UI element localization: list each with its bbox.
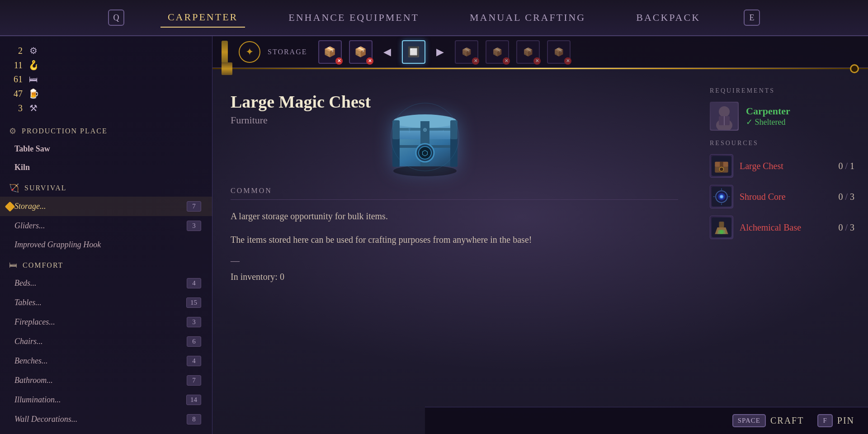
requirements-panel: REQUIREMENTS Carpenter ✓ Sheltered xyxy=(696,78,868,372)
resource-count-alchemical-base: 0 / 3 xyxy=(838,222,854,233)
svg-text:⊕: ⊕ xyxy=(423,127,427,133)
chest-svg: ⬡ ⟟ ⊕ ⟞ xyxy=(384,96,466,178)
character-info: Carpenter ✓ Sheltered xyxy=(746,105,790,127)
resource-name-shroud-core: Shroud Core xyxy=(740,192,832,202)
stat-row-comfort: 47 🍺 xyxy=(9,88,203,99)
tab-carpenter[interactable]: CARPENTER xyxy=(160,8,245,28)
slot-7-icon: 📦 xyxy=(554,47,564,57)
resource-name-large-chest: Large Chest xyxy=(740,161,832,171)
inventory-label: In inventory: xyxy=(231,272,278,282)
section-decorative: 🏺 DECORATIVE xyxy=(0,432,212,434)
stat-num-workbenches: 2 xyxy=(9,46,23,56)
item-detail-panel: Large Magic Chest Furniture xyxy=(212,78,696,372)
sidebar-item-chairs[interactable]: Chairs... 6 xyxy=(0,332,212,351)
gliders-badge: 3 xyxy=(187,221,201,231)
svg-rect-7 xyxy=(392,136,400,167)
storage-nav-left[interactable]: ◀ xyxy=(380,44,395,60)
section-comfort-label: COMFORT xyxy=(23,261,63,269)
storage-slot-5[interactable]: 📦 ✕ xyxy=(486,40,509,64)
slot-1-icon: 📦 xyxy=(324,46,336,58)
sidebar-item-bathroom[interactable]: Bathroom... 7 xyxy=(0,371,212,390)
table-saw-label: Table Saw xyxy=(14,144,50,154)
slot-5-icon: 📦 xyxy=(492,47,502,57)
craft-label: Craft xyxy=(770,415,804,426)
sidebar-item-benches[interactable]: Benches... 4 xyxy=(0,351,212,371)
section-comfort: 🛏 COMFORT xyxy=(0,257,212,274)
svg-rect-9 xyxy=(392,120,400,139)
bottom-action-bar: SPACE Craft F Pin xyxy=(425,407,868,434)
svg-point-27 xyxy=(719,167,723,171)
item-image: ⬡ ⟟ ⊕ ⟞ xyxy=(380,92,470,182)
stat-row-crafting: 3 ⚒ xyxy=(9,103,203,113)
nav-key-left[interactable]: Q xyxy=(108,9,124,26)
svg-text:⟞: ⟞ xyxy=(438,127,444,134)
resource-row-shroud-core: Shroud Core 0 / 3 xyxy=(710,185,854,208)
resource-name-alchemical-base: Alchemical Base xyxy=(740,222,832,233)
character-requirement: Carpenter ✓ Sheltered xyxy=(710,102,854,131)
nav-key-right[interactable]: E xyxy=(744,9,760,26)
sidebar: 2 ⚙ 11 🪝 61 🛏 47 🍺 3 ⚒ ⚙ PRODUCTION PLAC… xyxy=(0,36,212,434)
slot-6-x: ✕ xyxy=(533,57,541,65)
storage-slot-3-active[interactable]: 🔲 xyxy=(402,40,425,64)
storage-section-label: STORAGE xyxy=(268,48,307,56)
sidebar-item-table-saw[interactable]: Table Saw xyxy=(0,140,212,158)
top-nav: Q CARPENTER ENHANCE EQUIPMENT MANUAL CRA… xyxy=(0,0,868,36)
warning-dot-storage xyxy=(5,201,15,212)
item-inventory: In inventory: 0 xyxy=(231,272,678,282)
item-name: Large Magic Chest xyxy=(231,92,371,112)
resource-icon-alchemical-base xyxy=(710,216,733,239)
craft-key: SPACE xyxy=(732,414,766,427)
sidebar-item-beds[interactable]: Beds... 4 xyxy=(0,274,212,293)
chairs-label: Chairs... xyxy=(14,337,43,346)
svg-point-19 xyxy=(719,106,730,117)
slot-3-icon: 🔲 xyxy=(407,46,420,58)
pin-action[interactable]: F Pin xyxy=(817,414,854,427)
pin-key: F xyxy=(817,414,832,427)
sidebar-item-fireplaces[interactable]: Fireplaces... 3 xyxy=(0,312,212,332)
stat-row-hooks: 11 🪝 xyxy=(9,60,203,71)
slot-2-x: ✕ xyxy=(366,57,373,65)
stat-num-hooks: 11 xyxy=(9,60,23,71)
bathroom-label: Bathroom... xyxy=(14,376,53,385)
sidebar-item-gliders[interactable]: Gliders... 3 xyxy=(0,216,212,236)
slot-4-x: ✕ xyxy=(472,57,479,65)
character-avatar xyxy=(710,102,739,131)
storage-slot-2[interactable]: 📦 ✕ xyxy=(349,40,373,64)
resource-count-large-chest: 0 / 1 xyxy=(838,161,854,171)
slot-6-icon: 📦 xyxy=(523,47,533,57)
gold-line-ornament-right xyxy=(850,64,859,73)
resource-row-large-chest: Large Chest 0 / 1 xyxy=(710,154,854,178)
storage-slot-1[interactable]: 📦 ✕ xyxy=(318,40,342,64)
item-description-1: A larger storage opportunity for bulk it… xyxy=(231,209,678,223)
tab-enhance-equipment[interactable]: ENHANCE EQUIPMENT xyxy=(281,8,426,27)
storage-slot-4[interactable]: 📦 ✕ xyxy=(455,40,478,64)
section-survival: 🏹 SURVIVAL xyxy=(0,179,212,197)
svg-text:⟟: ⟟ xyxy=(408,127,410,134)
fireplaces-badge: 3 xyxy=(187,317,201,327)
sidebar-item-grappling-hook[interactable]: Improved Grappling Hook xyxy=(0,236,212,254)
benches-label: Benches... xyxy=(14,356,47,366)
craft-action[interactable]: SPACE Craft xyxy=(732,414,804,427)
sidebar-item-storage[interactable]: Storage... 7 xyxy=(0,197,212,216)
survival-icon: 🏹 xyxy=(9,183,20,193)
svg-point-32 xyxy=(720,195,723,198)
kiln-label: Kiln xyxy=(14,163,30,172)
tab-manual-crafting[interactable]: MANUAL CRAFTING xyxy=(462,8,593,27)
gold-separator xyxy=(212,68,868,69)
tab-backpack[interactable]: BACKPACK xyxy=(629,8,708,27)
slot-2-icon: 📦 xyxy=(354,46,367,58)
slot-5-x: ✕ xyxy=(503,57,510,65)
sidebar-item-wall-decorations[interactable]: Wall Decorations... 8 xyxy=(0,410,212,429)
item-type: Furniture xyxy=(231,114,371,126)
storage-slot-7[interactable]: 📦 ✕ xyxy=(547,40,571,64)
tables-label: Tables... xyxy=(14,298,42,307)
section-production-label: PRODUCTION PLACE xyxy=(22,127,108,135)
sidebar-item-kiln[interactable]: Kiln xyxy=(0,158,212,177)
storage-slot-6[interactable]: 📦 ✕ xyxy=(516,40,540,64)
storage-nav-right[interactable]: ▶ xyxy=(433,44,448,60)
resource-icon-shroud-core xyxy=(710,185,733,208)
sidebar-item-tables[interactable]: Tables... 15 xyxy=(0,293,212,312)
sidebar-item-illumination[interactable]: Illumination... 14 xyxy=(0,390,212,410)
sidebar-stats: 2 ⚙ 11 🪝 61 🛏 47 🍺 3 ⚒ xyxy=(0,41,212,118)
production-icon: ⚙ xyxy=(9,126,17,136)
